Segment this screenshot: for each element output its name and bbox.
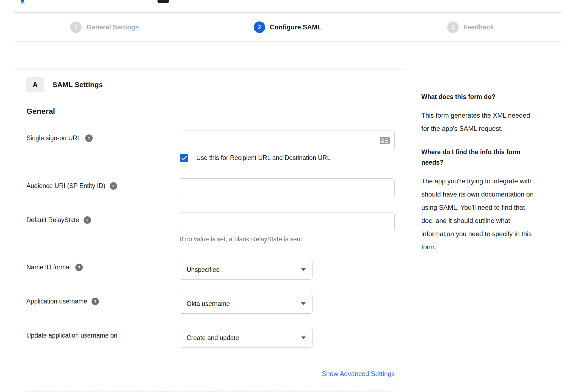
truncated-app-icon [157,0,169,3]
name-id-format-value: Unspecified [187,266,220,274]
update-app-username-value: Create and update [187,334,239,342]
sso-url-input[interactable] [180,131,395,150]
relay-state-label-group: Default RelayState ? [26,212,180,224]
relay-state-hint: If no value is set, a blank RelayState i… [180,236,395,243]
application-username-row: Application username ? Okta username [26,294,394,314]
checkmark-icon [181,156,187,160]
update-app-username-control: Create and update [180,328,395,348]
sso-url-label-group: Single sign-on URL ? [26,131,180,142]
relay-state-control: If no value is set, a blank RelayState i… [180,212,395,243]
name-id-format-control: Unspecified [180,260,395,280]
name-id-format-row: Name ID format ? Unspecified [26,260,394,280]
audience-uri-label: Audience URI (SP Entity ID) [26,182,105,190]
sso-checkbox-label[interactable]: Use this for Recipient URL and Destinati… [196,154,331,162]
help-heading-what: What does this form do? [421,92,562,102]
step-general-settings[interactable]: 1 General Settings [13,13,196,42]
wizard-stepper: 1 General Settings 2 Configure SAML 3 Fe… [13,12,562,42]
truncated-logo-fragment [21,0,24,2]
help-icon[interactable]: ? [110,182,117,190]
general-section-heading: General [26,107,394,116]
audience-uri-control [180,178,395,198]
card-title: SAML Settings [52,81,103,89]
help-panel: What does this form do? This form genera… [421,70,562,265]
sso-url-row: Single sign-on URL ? [26,131,394,162]
card-header: A SAML Settings [26,77,394,92]
chevron-down-icon [301,336,306,339]
update-app-username-select[interactable]: Create and update [180,328,313,348]
application-username-select[interactable]: Okta username [180,294,313,314]
recipient-url-checkbox[interactable] [180,154,188,162]
step-number-badge: 1 [70,21,82,33]
help-body-what: This form generates the XML needed for t… [421,109,562,135]
saml-settings-card: A SAML Settings General Single sign-on U… [13,70,408,392]
application-username-value: Okta username [187,300,230,308]
sso-checkbox-row: Use this for Recipient URL and Destinati… [180,154,395,162]
main-content: A SAML Settings General Single sign-on U… [13,70,562,392]
step-number-badge: 2 [254,21,265,33]
chevron-down-icon [301,268,306,271]
address-card-icon[interactable] [380,137,390,144]
update-app-username-row: Update application username on Create an… [26,328,394,348]
sso-url-control: Use this for Recipient URL and Destinati… [180,131,395,162]
audience-uri-label-group: Audience URI (SP Entity ID) ? [26,178,180,190]
application-username-label: Application username [26,297,87,305]
step-number-badge: 3 [447,21,459,33]
update-app-username-label-group: Update application username on [26,328,180,339]
step-feedback[interactable]: 3 Feedback [379,13,562,42]
name-id-format-select[interactable]: Unspecified [180,260,313,280]
update-app-username-label: Update application username on [26,332,117,339]
section-dashed-divider [26,391,394,391]
help-icon[interactable]: ? [84,216,91,224]
help-icon[interactable]: ? [92,298,99,305]
help-body-where: The app you're trying to integrate with … [421,175,562,254]
help-icon[interactable]: ? [75,264,83,271]
chevron-down-icon [301,302,306,305]
relay-state-input[interactable] [180,212,395,232]
step-label: General Settings [86,23,139,31]
audience-uri-input[interactable] [180,178,395,198]
step-label: Configure SAML [270,23,322,31]
audience-uri-row: Audience URI (SP Entity ID) ? [26,178,394,198]
application-username-control: Okta username [180,294,395,314]
truncated-logo-smudge [21,3,25,4]
application-username-label-group: Application username ? [26,294,180,305]
advanced-settings-row: Show Advanced Settings [26,370,394,378]
help-heading-where: Where do I find the info this form needs… [421,147,562,168]
show-advanced-settings-link[interactable]: Show Advanced Settings [322,370,395,377]
relay-state-row: Default RelayState ? If no value is set,… [26,212,394,243]
help-icon[interactable]: ? [85,134,93,142]
name-id-format-label-group: Name ID format ? [26,260,180,271]
section-a-badge: A [26,77,44,92]
name-id-format-label: Name ID format [26,263,71,271]
sso-url-label: Single sign-on URL [26,134,81,142]
step-configure-saml[interactable]: 2 Configure SAML [196,13,379,42]
step-label: Feedback [463,23,494,31]
relay-state-label: Default RelayState [26,216,79,224]
